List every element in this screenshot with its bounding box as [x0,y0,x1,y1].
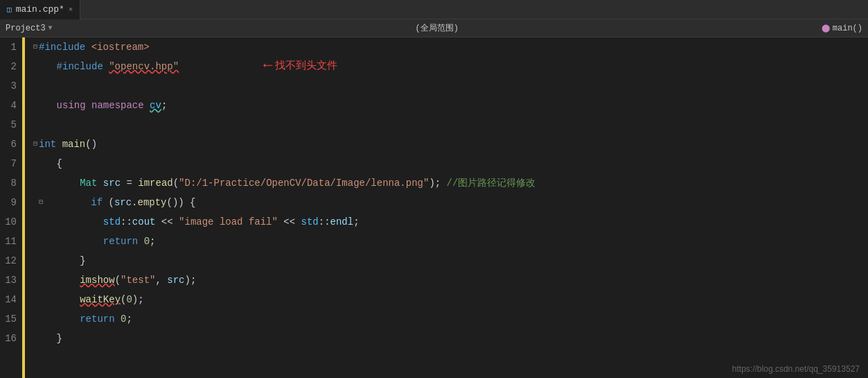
token: "opencv.hpp" [109,57,179,76]
token [44,193,91,212]
token: << [155,212,179,232]
func-dropdown[interactable]: ⬤ main() [822,24,862,33]
code-line: imshow("test", src); [33,270,868,290]
line-number: 8 [0,173,17,193]
token [115,309,121,329]
token: imread [138,173,172,193]
code-line [33,76,868,96]
token: ( [103,193,114,212]
line-number: 13 [0,270,17,290]
nav-bar: Project3 ▼ (全局范围) ⬤ main() [0,19,868,37]
code-line: } [33,329,868,348]
collapse-icon[interactable]: ⊟ [33,37,37,57]
code-line: return 0; [33,232,868,251]
token: return [80,309,114,329]
line-number: 6 [0,135,17,154]
token: } [33,251,86,270]
token [33,173,80,193]
token: } [33,329,62,348]
file-icon: ◫ [7,5,12,14]
token: ; [353,212,359,232]
token: if [91,193,103,212]
token [138,232,143,251]
token [33,232,103,251]
line-number: 14 [0,290,17,309]
token: 0 [144,232,150,251]
line-number: 10 [0,212,17,232]
token: std [103,212,121,232]
token: ); [185,270,197,290]
token: main [62,135,86,154]
code-line [33,115,868,135]
token: cout [132,212,156,232]
token [56,135,62,154]
tab-close-button[interactable]: × [69,6,73,14]
token: ); [132,290,144,309]
token: //图片路径记得修改 [447,173,536,193]
token: ; [150,232,155,251]
token: , [155,270,167,290]
watermark: https://blog.csdn.net/qq_35913527 [732,364,860,374]
token: std [301,212,319,232]
token: << [278,212,301,232]
token [33,309,80,329]
func-icon: ⬤ [822,24,830,33]
collapse-icon[interactable]: ⊟ [39,193,43,212]
token: Mat [80,173,97,193]
token [33,290,80,309]
line-number: 15 [0,309,17,329]
code-line: ⊟ if (src.empty()) { [33,193,868,212]
collapse-icon[interactable]: ⊟ [33,135,37,154]
code-line: ⊟int main() [33,135,868,154]
line-number: 3 [0,76,17,96]
line-number: 1 [0,37,17,57]
line-number: 9 [0,193,17,212]
token [33,212,103,232]
token: :: [319,212,330,232]
token: return [103,232,138,251]
line-number: 16 [0,329,17,348]
token: "D:/1-Practice/OpenCV/Data/Image/lenna.p… [179,173,429,193]
scope-dropdown[interactable]: (全局范围) [55,22,819,34]
token: "test" [121,270,155,290]
token: waitKey [80,290,121,309]
code-line: Mat src = imread("D:/1-Practice/OpenCV/D… [33,173,868,193]
token: "image load fail" [179,212,278,232]
token: ( [121,290,126,309]
file-tab[interactable]: ◫ main.cpp* × [0,0,80,19]
token [33,96,57,115]
token: ); [429,173,446,193]
token: src [167,270,184,290]
code-line: using namespace cv; [33,96,868,115]
token: int [39,135,56,154]
nav-arrow-icon: ▼ [48,24,53,32]
token: ( [173,173,179,193]
token: imshow [80,270,114,290]
token [144,96,150,115]
func-label: main() [833,24,862,33]
token [33,270,80,290]
line-number: 11 [0,232,17,251]
token: 0 [121,309,126,329]
token: <iostream> [91,37,150,57]
line-number: 12 [0,251,17,270]
code-editor[interactable]: ⊟#include <iostream> #include "opencv.hp… [25,37,868,378]
token: { [33,154,62,173]
token: namespace [91,96,144,115]
token: src [103,173,121,193]
code-line: } [33,251,868,270]
line-number: 4 [0,96,17,115]
code-line: return 0; [33,309,868,329]
line-number: 7 [0,154,17,173]
token [86,96,91,115]
token: ()) { [167,193,196,212]
token: #include [33,57,109,76]
line-number: 2 [0,57,17,76]
code-line: #include "opencv.hpp" [33,57,868,76]
code-line: waitKey(0); [33,290,868,309]
token: ( [115,270,121,290]
code-line: { [33,154,868,173]
code-line: ⊟#include <iostream> [33,37,868,57]
token [97,173,103,193]
token: :: [121,212,132,232]
